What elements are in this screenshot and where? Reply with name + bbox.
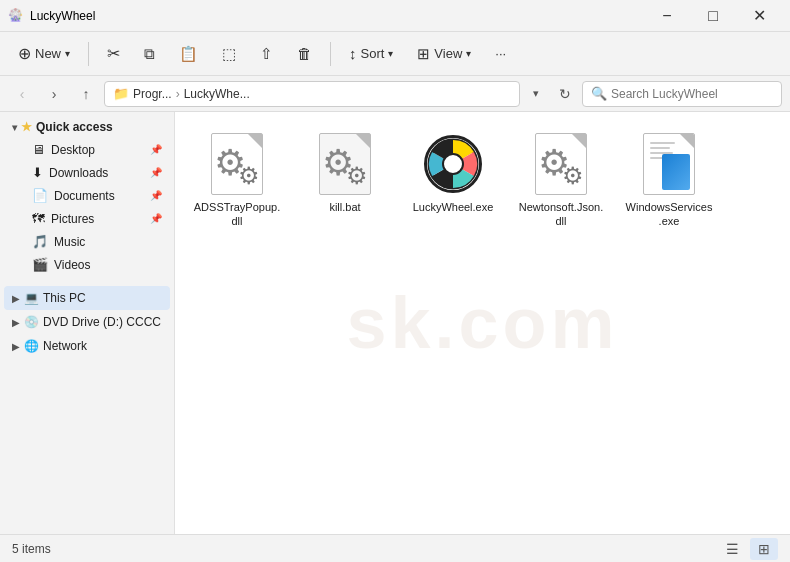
file-label-adsstray: ADSSTrayPopup.dll [193, 200, 281, 229]
quick-access-label: Quick access [36, 120, 113, 134]
videos-icon: 🎬 [32, 257, 48, 272]
file-item-killbat[interactable]: ⚙ ⚙ kill.bat [295, 124, 395, 237]
file-item-luckywheel[interactable]: LuckyWheel.exe [403, 124, 503, 237]
file-item-adsstray[interactable]: ⚙ ⚙ ADSSTrayPopup.dll [187, 124, 287, 237]
sidebar-item-pictures-label: Pictures [51, 212, 94, 226]
title-bar: 🎡 LuckyWheel − □ ✕ [0, 0, 790, 32]
view-chevron-icon: ▾ [466, 48, 471, 59]
copy-icon: ⧉ [144, 45, 155, 63]
back-button[interactable]: ‹ [8, 80, 36, 108]
sidebar-item-videos[interactable]: 🎬 Videos [4, 253, 170, 276]
file-label-winservices: WindowsServices.exe [625, 200, 713, 229]
sort-button[interactable]: ↕ Sort ▾ [339, 38, 403, 70]
new-button[interactable]: ⊕ New ▾ [8, 38, 80, 70]
music-icon: 🎵 [32, 234, 48, 249]
delete-button[interactable]: 🗑 [287, 38, 322, 70]
sort-chevron-icon: ▾ [388, 48, 393, 59]
network-toggle-icon: ▶ [12, 341, 20, 352]
path-chevron-icon: › [176, 87, 180, 101]
sort-label: Sort [361, 46, 385, 61]
watermark: sk.com [346, 282, 618, 364]
paste-button[interactable]: 📋 [169, 38, 208, 70]
sidebar-item-desktop[interactable]: 🖥 Desktop 📌 [4, 138, 170, 161]
sidebar-item-documents-label: Documents [54, 189, 115, 203]
sidebar: ▾ ★ Quick access 🖥 Desktop 📌 ⬇ Downloads… [0, 112, 175, 534]
pictures-icon: 🗺 [32, 211, 45, 226]
dvd-icon: 💿 [24, 315, 39, 329]
path-dropdown-button[interactable]: ▾ [524, 81, 548, 107]
sidebar-item-videos-label: Videos [54, 258, 90, 272]
file-label-killbat: kill.bat [329, 200, 360, 214]
exe-icon-luckywheel [421, 132, 485, 196]
file-item-winservices[interactable]: WindowsServices.exe [619, 124, 719, 237]
more-button[interactable]: ··· [485, 38, 516, 70]
window-controls: − □ ✕ [644, 0, 782, 32]
path-part1: Progr... [133, 87, 172, 101]
new-chevron-icon: ▾ [65, 48, 70, 59]
maximize-button[interactable]: □ [690, 0, 736, 32]
delete-icon: 🗑 [297, 45, 312, 62]
address-path[interactable]: 📁 Progr... › LuckyWhe... [104, 81, 520, 107]
view-icon: ⊞ [417, 45, 430, 63]
share-button[interactable]: ⇧ [250, 38, 283, 70]
this-pc-icon: 💻 [24, 291, 39, 305]
file-label-luckywheel: LuckyWheel.exe [413, 200, 494, 214]
luckywheel-svg-icon [427, 138, 479, 190]
downloads-icon: ⬇ [32, 165, 43, 180]
toolbar: ⊕ New ▾ ✂ ⧉ 📋 ⬚ ⇧ 🗑 ↕ Sort ▾ ⊞ View ▾ ··… [0, 32, 790, 76]
quick-access-toggle-icon: ▾ [12, 122, 17, 133]
this-pc-toggle-icon: ▶ [12, 293, 20, 304]
exedoc-icon-winservices [637, 132, 701, 196]
bat-icon-kill: ⚙ ⚙ [313, 132, 377, 196]
cut-icon: ✂ [107, 44, 120, 63]
content-area: sk.com ⚙ ⚙ ADSSTrayPopup.dll [175, 112, 790, 534]
new-icon: ⊕ [18, 44, 31, 63]
new-label: New [35, 46, 61, 61]
bat-gear-small-icon: ⚙ [346, 162, 368, 190]
quick-access-header[interactable]: ▾ ★ Quick access [4, 116, 170, 138]
sidebar-item-music[interactable]: 🎵 Music [4, 230, 170, 253]
file-grid: ⚙ ⚙ ADSSTrayPopup.dll ⚙ ⚙ [187, 124, 778, 237]
minimize-button[interactable]: − [644, 0, 690, 32]
cut-button[interactable]: ✂ [97, 38, 130, 70]
refresh-button[interactable]: ↻ [552, 81, 578, 107]
sidebar-item-dvd-drive[interactable]: ▶ 💿 DVD Drive (D:) CCCC [4, 310, 170, 334]
documents-icon: 📄 [32, 188, 48, 203]
desktop-pin-icon: 📌 [150, 144, 162, 155]
app-icon: 🎡 [8, 8, 24, 24]
sidebar-item-documents[interactable]: 📄 Documents 📌 [4, 184, 170, 207]
toolbar-separator [88, 42, 89, 66]
sidebar-item-this-pc[interactable]: ▶ 💻 This PC [4, 286, 170, 310]
sidebar-item-music-label: Music [54, 235, 85, 249]
sidebar-item-network[interactable]: ▶ 🌐 Network [4, 334, 170, 358]
sidebar-item-this-pc-label: This PC [43, 291, 86, 305]
window-title: LuckyWheel [30, 9, 644, 23]
sidebar-item-dvd-label: DVD Drive (D:) CCCC [43, 315, 161, 329]
list-view-button[interactable]: ☰ [718, 538, 746, 560]
sidebar-item-pictures[interactable]: 🗺 Pictures 📌 [4, 207, 170, 230]
up-button[interactable]: ↑ [72, 80, 100, 108]
rename-icon: ⬚ [222, 45, 236, 63]
close-button[interactable]: ✕ [736, 0, 782, 32]
toolbar-separator-2 [330, 42, 331, 66]
search-icon: 🔍 [591, 86, 607, 101]
quick-access-star-icon: ★ [21, 120, 32, 134]
dll-icon-newtonsoft: ⚙ ⚙ [529, 132, 593, 196]
sidebar-item-downloads-label: Downloads [49, 166, 108, 180]
more-icon: ··· [495, 46, 506, 61]
grid-view-button[interactable]: ⊞ [750, 538, 778, 560]
svg-point-6 [443, 154, 463, 174]
rename-button[interactable]: ⬚ [212, 38, 246, 70]
quick-access-section: ▾ ★ Quick access 🖥 Desktop 📌 ⬇ Downloads… [0, 116, 174, 276]
documents-pin-icon: 📌 [150, 190, 162, 201]
address-bar: ‹ › ↑ 📁 Progr... › LuckyWhe... ▾ ↻ 🔍 [0, 76, 790, 112]
path-part2: LuckyWhe... [184, 87, 250, 101]
search-input[interactable] [611, 87, 773, 101]
copy-button[interactable]: ⧉ [134, 38, 165, 70]
forward-button[interactable]: › [40, 80, 68, 108]
file-item-newtonsoft[interactable]: ⚙ ⚙ Newtonsoft.Json.dll [511, 124, 611, 237]
search-box[interactable]: 🔍 [582, 81, 782, 107]
dll-icon-adsstray: ⚙ ⚙ [205, 132, 269, 196]
view-button[interactable]: ⊞ View ▾ [407, 38, 481, 70]
sidebar-item-downloads[interactable]: ⬇ Downloads 📌 [4, 161, 170, 184]
